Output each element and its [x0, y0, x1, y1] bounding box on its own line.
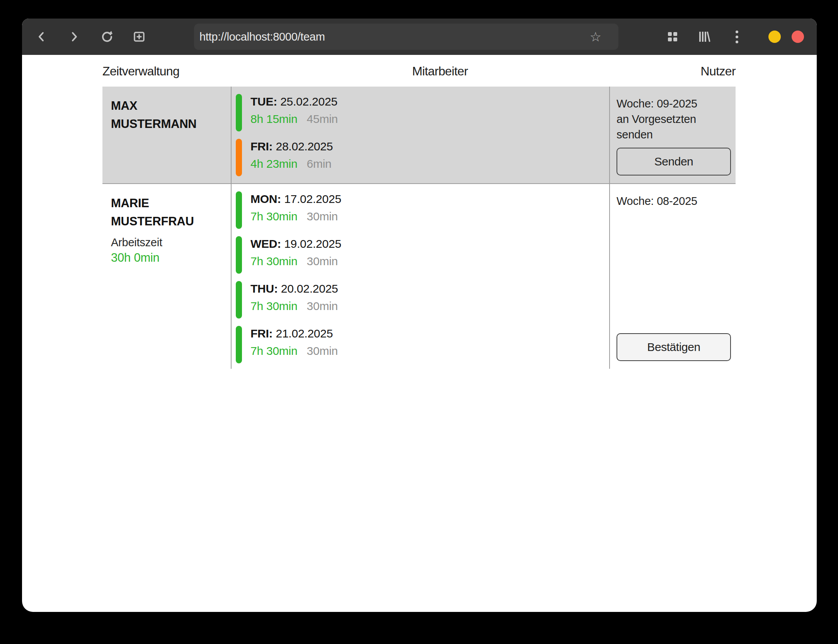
break-duration: 6min: [307, 157, 332, 170]
kebab-menu-icon: [736, 29, 738, 44]
day-entry-date-line: WED: 19.02.2025: [250, 235, 341, 252]
day-entry: WED: 19.02.20257h 30min30min: [236, 235, 609, 274]
break-duration: 45min: [307, 112, 338, 125]
employee-name-line: MUSTERMANN: [111, 115, 227, 133]
day-entry-time-line: 7h 30min30min: [250, 342, 338, 359]
day-entry-time-line: 7h 30min30min: [250, 252, 341, 270]
day-label: FRI:: [250, 327, 273, 340]
nav-item-zeitverwaltung[interactable]: Zeitverwaltung: [102, 64, 179, 78]
status-bar-orange: [236, 139, 242, 176]
day-entry: FRI: 28.02.20254h 23min6min: [236, 138, 609, 176]
nav-item-mitarbeiter[interactable]: Mitarbeiter: [412, 64, 468, 78]
page-content: Zeitverwaltung Mitarbeiter Nutzer MAXMUS…: [22, 64, 817, 369]
library-button[interactable]: [697, 30, 711, 44]
status-bar-green: [236, 236, 242, 274]
top-navigation: Zeitverwaltung Mitarbeiter Nutzer: [102, 64, 736, 81]
date-value: 25.02.2025: [277, 95, 337, 108]
team-row: MAXMUSTERMANNTUE: 25.02.20258h 15min45mi…: [102, 87, 736, 184]
employee-name-line: MUSTERFRAU: [111, 212, 227, 230]
worktime-label: Arbeitszeit: [111, 235, 227, 250]
nav-item-nutzer[interactable]: Nutzer: [701, 64, 736, 78]
day-entry: MON: 17.02.20257h 30min30min: [236, 190, 609, 229]
worktime-value: 30h 0min: [111, 250, 227, 266]
chevron-left-icon: [36, 31, 47, 43]
day-entry-text: FRI: 28.02.20254h 23min6min: [250, 138, 333, 172]
day-entry: FRI: 21.02.20257h 30min30min: [236, 325, 609, 363]
break-duration: 30min: [307, 210, 338, 223]
day-entry-text: FRI: 21.02.20257h 30min30min: [250, 325, 338, 359]
work-duration: 7h 30min: [250, 300, 298, 312]
employee-name: MAXMUSTERMANN: [111, 97, 227, 133]
day-entry-date-line: THU: 20.02.2025: [250, 280, 338, 297]
break-duration: 30min: [307, 300, 338, 312]
work-duration: 7h 30min: [250, 344, 298, 357]
new-tab-icon: [133, 30, 146, 43]
status-bar-green: [236, 94, 242, 131]
new-tab-button[interactable]: [132, 30, 146, 44]
week-label-line: Woche: 08-2025: [617, 193, 731, 209]
week-label-line: an Vorgesetzten: [617, 111, 731, 127]
library-books-icon: [698, 30, 711, 43]
senden-button[interactable]: Senden: [617, 148, 731, 175]
break-duration: 30min: [307, 255, 338, 267]
day-label: TUE:: [250, 95, 277, 108]
grid-icon: [666, 31, 679, 43]
status-bar-green: [236, 326, 242, 363]
employee-name: MARIEMUSTERFRAU: [111, 194, 227, 230]
url-input[interactable]: [194, 31, 618, 43]
day-entry-time-line: 4h 23min6min: [250, 155, 333, 172]
work-duration: 8h 15min: [250, 112, 298, 125]
day-entry-date-line: TUE: 25.02.2025: [250, 93, 338, 110]
date-value: 28.02.2025: [273, 140, 333, 153]
date-value: 21.02.2025: [273, 327, 333, 340]
url-bar: ☆: [194, 24, 618, 50]
minimize-button[interactable]: [768, 31, 781, 43]
break-duration: 30min: [307, 344, 338, 357]
day-entry-text: WED: 19.02.20257h 30min30min: [250, 235, 341, 270]
employee-name-line: MARIE: [111, 194, 227, 212]
work-duration: 7h 30min: [250, 210, 298, 223]
day-label: THU:: [250, 282, 278, 295]
date-value: 17.02.2025: [281, 193, 341, 205]
day-label: WED:: [250, 237, 281, 250]
bookmark-star-icon[interactable]: ☆: [590, 24, 601, 50]
team-row: MARIEMUSTERFRAUArbeitszeit30h 0minMON: 1…: [102, 184, 736, 369]
close-button[interactable]: [792, 31, 804, 43]
reload-icon: [100, 30, 114, 43]
employee-name-cell: MARIEMUSTERFRAUArbeitszeit30h 0min: [102, 184, 231, 369]
status-bar-green: [236, 191, 242, 229]
week-label-line: senden: [617, 127, 731, 142]
week-cell: Woche: 08-2025Bestätigen: [609, 184, 736, 369]
bestaetigen-button[interactable]: Bestätigen: [617, 333, 731, 361]
day-label: MON:: [250, 193, 281, 205]
back-button[interactable]: [34, 30, 48, 44]
date-value: 19.02.2025: [281, 237, 341, 250]
reload-button[interactable]: [100, 30, 114, 44]
menu-button[interactable]: [730, 30, 744, 44]
work-duration: 7h 30min: [250, 255, 298, 267]
week-label-line: Woche: 09-2025: [617, 96, 731, 111]
employee-name-line: MAX: [111, 97, 227, 115]
day-entry-time-line: 7h 30min30min: [250, 297, 338, 315]
day-entry-text: MON: 17.02.20257h 30min30min: [250, 190, 341, 225]
day-entry-time-line: 8h 15min45min: [250, 110, 338, 128]
day-entries-cell: TUE: 25.02.20258h 15min45minFRI: 28.02.2…: [231, 87, 609, 183]
day-entry-text: THU: 20.02.20257h 30min30min: [250, 280, 338, 315]
day-entry-date-line: FRI: 28.02.2025: [250, 138, 333, 155]
date-value: 20.02.2025: [278, 282, 338, 295]
day-entry: THU: 20.02.20257h 30min30min: [236, 280, 609, 319]
day-entry: TUE: 25.02.20258h 15min45min: [236, 93, 609, 131]
browser-toolbar: ☆: [22, 19, 817, 55]
team-table: MAXMUSTERMANNTUE: 25.02.20258h 15min45mi…: [102, 87, 736, 369]
work-duration: 4h 23min: [250, 157, 298, 170]
day-entry-date-line: FRI: 21.02.2025: [250, 325, 338, 342]
status-bar-green: [236, 281, 242, 319]
chevron-right-icon: [68, 31, 80, 43]
day-entries-cell: MON: 17.02.20257h 30min30minWED: 19.02.2…: [231, 184, 609, 369]
day-entry-date-line: MON: 17.02.2025: [250, 190, 341, 208]
day-entry-time-line: 7h 30min30min: [250, 208, 341, 225]
forward-button[interactable]: [67, 30, 81, 44]
tabs-overview-button[interactable]: [666, 30, 680, 44]
day-label: FRI:: [250, 140, 273, 153]
employee-name-cell: MAXMUSTERMANN: [102, 87, 231, 183]
